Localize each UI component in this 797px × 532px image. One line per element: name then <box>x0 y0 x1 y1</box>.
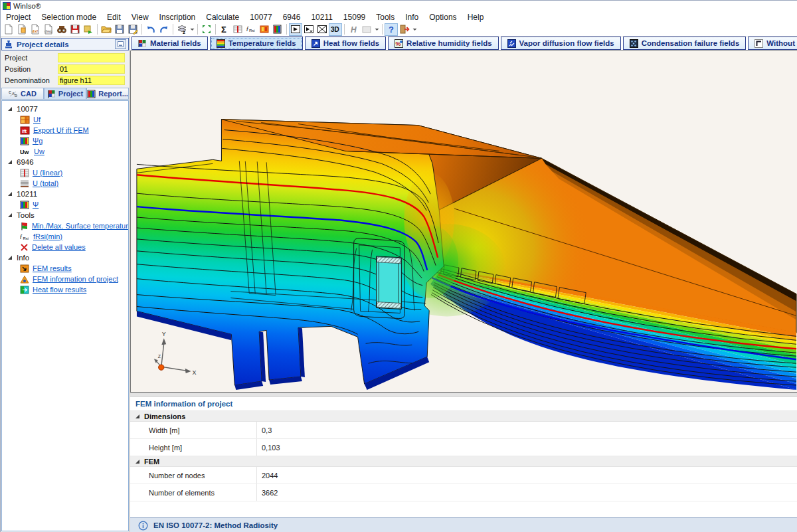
tree-item-uw[interactable]: UwUw <box>2 146 128 157</box>
tab-heat-flow-fields[interactable]: Heat flow fields <box>305 37 386 50</box>
tree-item-link[interactable]: Delete all values <box>32 243 86 251</box>
search-binoculars-button[interactable] <box>55 23 68 36</box>
tree-group-10211[interactable]: 10211 <box>2 189 128 199</box>
tree-group-info[interactable]: Info <box>2 252 128 263</box>
layer-view-button[interactable] <box>271 23 284 36</box>
menu-selection-mode[interactable]: Selection mode <box>36 12 102 23</box>
tree-item-heat-flow-results[interactable]: Heat flow results <box>2 284 128 295</box>
view-3d-button[interactable]: 3D <box>329 23 342 36</box>
tree-item-link[interactable]: Ψ <box>33 201 39 209</box>
tree-item--[interactable]: Ψ <box>2 199 128 210</box>
tab-condensation-failure-fields[interactable]: Condensation failure fields <box>623 37 747 50</box>
menu-options[interactable]: Options <box>424 12 462 23</box>
tree-item-export-uf-ift-fem[interactable]: iftExport Uf ift FEM <box>2 125 128 135</box>
menu-project[interactable]: Project <box>1 12 36 23</box>
menu-info[interactable]: Info <box>400 12 424 23</box>
open-folder-button[interactable] <box>100 23 113 36</box>
expand-triangle-icon[interactable] <box>135 459 140 464</box>
tree-item--g[interactable]: Ψg <box>2 135 128 146</box>
import-drawing-button[interactable] <box>15 23 29 36</box>
expand-triangle-icon[interactable] <box>7 213 13 218</box>
tree-item-link[interactable]: Heat flow results <box>33 286 86 294</box>
sum-sigma-button[interactable]: Σ <box>218 23 231 36</box>
collapse-panel-button[interactable] <box>115 39 126 49</box>
save-as-button[interactable] <box>126 23 139 36</box>
redo-button[interactable] <box>157 23 171 36</box>
tree-item-link[interactable]: Uw <box>34 147 44 155</box>
menu-10077[interactable]: 10077 <box>244 12 277 23</box>
tree-item-link[interactable]: U (total) <box>33 179 58 187</box>
tree-item-frsi-min-[interactable]: fRsifRsi(min) <box>2 231 128 242</box>
tree-item-uf[interactable]: Uf <box>2 114 128 125</box>
tree-item-link[interactable]: Ψg <box>33 137 43 145</box>
menu-calculate[interactable]: Calculate <box>201 12 244 23</box>
viewport-3d[interactable]: Y X Z <box>130 50 797 393</box>
new-document-button[interactable] <box>2 23 15 36</box>
tab-material-fields[interactable]: Material fields <box>132 37 208 50</box>
tree-group-10077[interactable]: 10077 <box>2 104 128 114</box>
tree-item-u-linear-[interactable]: U (linear) <box>2 167 128 178</box>
export-dwg-button[interactable]: dwg <box>42 23 55 36</box>
denomination-input[interactable] <box>58 76 125 85</box>
tab-vapor-diffusion-flow-fields[interactable]: Vapor diffusion flow fields <box>501 37 621 50</box>
undo-button[interactable] <box>144 23 157 36</box>
database-add-button[interactable] <box>82 23 95 36</box>
inscription-box-button[interactable] <box>360 23 373 36</box>
tree-item-fem-results[interactable]: FEM results <box>2 263 128 274</box>
tree-item-link[interactable]: Export Uf ift FEM <box>33 126 89 134</box>
dropdown-caret-button[interactable] <box>373 23 380 36</box>
menu-10211[interactable]: 10211 <box>306 12 337 23</box>
menu-15099[interactable]: 15099 <box>338 12 371 23</box>
tree-item-min-max-surface-temperature[interactable]: Min./Max. Surface temperature <box>2 221 128 231</box>
show-fields-alt-button[interactable] <box>302 23 315 36</box>
help-button[interactable]: ? <box>385 23 398 36</box>
menu-inscription[interactable]: Inscription <box>154 12 201 23</box>
menu-edit[interactable]: Edit <box>102 12 126 23</box>
dropdown-caret-button[interactable] <box>189 23 195 36</box>
panel-tab-report[interactable]: Report... <box>86 88 129 100</box>
panel-tab-cad[interactable]: CADCAD <box>1 88 44 100</box>
tree-item-link[interactable]: FEM results <box>33 264 72 272</box>
tab-relative-humidity-fields[interactable]: %Relative humidity fields <box>388 37 498 50</box>
export-dxf-button[interactable]: dxf <box>29 23 42 36</box>
inscription-h-button[interactable]: H <box>347 23 360 36</box>
u-value-table-button[interactable] <box>231 23 244 36</box>
material-view-button[interactable] <box>258 23 271 36</box>
tab-without-fields[interactable]: Without fields <box>748 37 797 50</box>
tab-temperature-fields[interactable]: Temperature fields <box>210 37 303 50</box>
position-input[interactable] <box>58 64 125 74</box>
dropdown-caret-button[interactable] <box>411 23 418 36</box>
tree-item-link[interactable]: Uf <box>33 116 41 124</box>
save-button[interactable] <box>113 23 126 36</box>
menu-view[interactable]: View <box>126 12 154 23</box>
selection-mode-button[interactable]: z <box>175 23 189 36</box>
zoom-fit-button[interactable] <box>200 23 213 36</box>
tree-item-link[interactable]: Min./Max. Surface temperature <box>32 222 129 230</box>
tree-group-tools[interactable]: Tools <box>2 210 128 221</box>
fem-section-dimensions[interactable]: Dimensions <box>130 411 797 422</box>
tree-item-link[interactable]: fRsi(min) <box>33 232 62 240</box>
panel-tab-project[interactable]: Project <box>44 88 86 100</box>
frsi-button[interactable]: fRsi <box>244 23 258 36</box>
menu-help[interactable]: Help <box>462 12 489 23</box>
save-project-red-button[interactable] <box>68 23 82 36</box>
expand-triangle-icon[interactable] <box>7 191 13 197</box>
tree-item-link[interactable]: FEM information of project <box>33 275 118 283</box>
tree-item-delete-all-values[interactable]: Delete all values <box>2 242 128 252</box>
tree-group-6946[interactable]: 6946 <box>2 157 128 167</box>
expand-triangle-icon[interactable] <box>7 159 13 165</box>
tree-item-link[interactable]: U (linear) <box>33 169 62 177</box>
show-fields-button[interactable] <box>289 23 302 36</box>
expand-triangle-icon[interactable] <box>135 414 140 419</box>
hide-fields-button[interactable] <box>315 23 329 36</box>
project-input[interactable] <box>58 53 125 62</box>
tree-item-u-total-[interactable]: U (total) <box>2 178 128 189</box>
exit-door-button[interactable] <box>398 23 411 36</box>
expand-triangle-icon[interactable] <box>7 106 13 112</box>
menu-tools[interactable]: Tools <box>371 12 400 23</box>
menu-6946[interactable]: 6946 <box>278 12 306 23</box>
fem-section-fem[interactable]: FEM <box>130 456 797 467</box>
tab-humidity-icon: % <box>395 39 403 48</box>
expand-triangle-icon[interactable] <box>7 255 13 260</box>
tree-item-fem-information-of-project[interactable]: FEM information of project <box>2 274 128 284</box>
